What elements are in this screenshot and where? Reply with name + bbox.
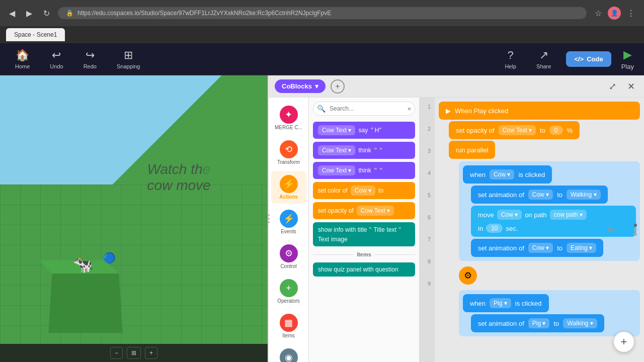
to-ws-label: to: [540, 127, 545, 134]
profile-avatar[interactable]: 👤: [608, 7, 621, 20]
menu-button[interactable]: ⋮: [624, 7, 638, 20]
cow-text-dropdown-1[interactable]: Cow Text ▾: [318, 125, 355, 135]
active-tab[interactable]: Space - Scene1: [6, 28, 65, 41]
refresh-button[interactable]: ↻: [40, 7, 53, 20]
think-quote-2: ": [380, 146, 382, 154]
cow-text-dropdown-opacity[interactable]: Cow Text ▾: [357, 206, 394, 216]
sidebar-item-actions[interactable]: ⚡ Actions: [271, 171, 306, 204]
cow-text-dropdown-2[interactable]: Cow Text ▾: [318, 145, 355, 155]
search-bar: 🔍 «: [309, 98, 419, 120]
sidebar-item-operators[interactable]: + Operators: [271, 275, 306, 308]
forward-button[interactable]: ▶: [23, 7, 35, 20]
pig-entity-dropdown[interactable]: Pig ▾: [490, 298, 511, 308]
cow-eating-dropdown[interactable]: Cow ▾: [528, 243, 553, 253]
run-parallel-label: run parallel: [456, 146, 488, 154]
zoom-in-btn[interactable]: +: [145, 347, 157, 359]
actions-label: Actions: [279, 194, 298, 200]
block-cow-say[interactable]: Cow Text ▾ say " H": [313, 122, 415, 139]
cow-entity-dropdown[interactable]: Cow ▾: [490, 169, 514, 179]
search-icon: 🔍: [317, 105, 326, 113]
gear-button[interactable]: ⚙: [459, 266, 477, 285]
sidebar-item-items[interactable]: ▦ Items: [271, 310, 306, 342]
back-button[interactable]: ◀: [6, 7, 18, 20]
set-opacity-block[interactable]: set opacity of Cow Text ▾ to 0 %: [449, 121, 580, 139]
is-clicked-label-2: is clicked: [515, 300, 542, 307]
set-opacity-ws-label: set opacity of: [456, 127, 495, 134]
sidebar-item-control[interactable]: ⚙ Control: [271, 240, 306, 273]
eating-dropdown[interactable]: Eating ▾: [567, 243, 596, 253]
snapping-label: Snapping: [117, 63, 140, 69]
help-button[interactable]: ? Help: [500, 46, 521, 72]
scroll-indicator: [634, 224, 637, 236]
block-cow-think-1[interactable]: Cow Text ▾ think " ": [313, 142, 415, 159]
close-panel-button[interactable]: ✕: [624, 79, 638, 94]
when-label-2: when: [470, 300, 486, 307]
undo-button[interactable]: ↩ Undo: [45, 46, 68, 72]
play-button[interactable]: ▶ Play: [621, 48, 634, 70]
app-toolbar: 🏠 Home ↩ Undo ↪ Redo ⊞ Snapping ? Help ↗…: [0, 43, 644, 75]
block-show-info[interactable]: show info with title " Title text " Text…: [313, 222, 415, 246]
snapping-button[interactable]: ⊞ Snapping: [112, 46, 145, 72]
seconds-value[interactable]: 10: [486, 224, 503, 233]
add-tab-button[interactable]: +: [331, 79, 345, 94]
code-button[interactable]: </> Code: [566, 51, 611, 67]
pig-anim-dropdown[interactable]: Pig ▾: [528, 318, 550, 328]
code-icon: </>: [574, 55, 584, 63]
set-pig-animation-block[interactable]: set animation of Pig ▾ to Walking ▾: [471, 314, 604, 332]
share-button[interactable]: ↗ Share: [531, 46, 556, 72]
walking-dropdown[interactable]: Walking ▾: [567, 190, 601, 200]
cow-text-dropdown-3[interactable]: Cow Text ▾: [318, 165, 355, 175]
undo-icon: ↩: [52, 49, 61, 62]
search-input[interactable]: [313, 102, 415, 116]
set-animation-walking-block[interactable]: set animation of Cow ▾ to Walking ▾: [471, 186, 608, 204]
anim-to-label: to: [557, 191, 562, 199]
pig-walking-dropdown[interactable]: Walking ▾: [563, 318, 597, 328]
sidebar-item-data[interactable]: ◉ Data: [271, 344, 306, 362]
viewport[interactable]: 🖼 ≡ 🐄 🔵 Watch the cow move − ⊞ +: [0, 75, 268, 362]
help-icon: ?: [508, 49, 514, 62]
cow-dropdown-color[interactable]: Cow ▾: [351, 186, 375, 196]
cow-figure[interactable]: 🐄: [73, 255, 93, 274]
gear-icon: ⚙: [464, 270, 472, 281]
show-info-label: show info with title: [318, 226, 367, 233]
coblocks-button[interactable]: CoBlocks ▾: [275, 79, 326, 93]
home-button[interactable]: 🏠 Home: [10, 46, 35, 72]
cow-text-ws-dropdown[interactable]: Cow Text ▾: [499, 125, 536, 135]
zoom-fit-btn[interactable]: ⊞: [127, 347, 141, 359]
fullscreen-button[interactable]: ⤢: [606, 79, 619, 94]
sidebar-item-events[interactable]: ⚡ Events: [271, 206, 306, 238]
line-numbers: 1 2 3 4 5 6 7 8 9: [420, 98, 435, 362]
redo-button[interactable]: ↪ Redo: [78, 46, 102, 72]
snapping-icon: ⊞: [124, 49, 133, 62]
cow-path-dropdown[interactable]: cow path ▾: [550, 210, 587, 220]
events-icon: ⚡: [280, 210, 298, 228]
run-parallel-block[interactable]: run parallel: [449, 141, 495, 159]
block-set-opacity[interactable]: set opacity of Cow Text ▾: [313, 202, 415, 219]
play-label: Play: [621, 63, 634, 70]
block-cow-think-2[interactable]: Cow Text ▾ think " ": [313, 162, 415, 179]
opacity-value[interactable]: 0: [549, 126, 563, 135]
cow-move-dropdown[interactable]: Cow ▾: [497, 210, 522, 220]
code-workspace[interactable]: 1 2 3 4 5 6 7 8 9 ▶ When Pl: [420, 98, 644, 362]
set-animation-eating-block[interactable]: set animation of Cow ▾ to Eating ▾: [471, 239, 603, 257]
when-cow-clicked-block[interactable]: when Cow ▾ is clicked: [463, 165, 552, 184]
cow-anim-dropdown[interactable]: Cow ▾: [528, 190, 553, 200]
add-block-button[interactable]: +: [614, 332, 634, 352]
set-anim-label: set animation of: [478, 191, 524, 199]
line-2-container: set opacity of Cow Text ▾ to 0 %: [449, 121, 640, 139]
block-set-color[interactable]: set color of Cow ▾ to: [313, 182, 415, 199]
block-show-quiz[interactable]: show quiz panel with question: [313, 262, 415, 277]
zoom-out-btn[interactable]: −: [110, 347, 123, 359]
resize-handle[interactable]: [269, 98, 272, 362]
sidebar-item-transform[interactable]: ⟲ Transform: [271, 136, 306, 169]
when-play-block[interactable]: ▶ When Play clicked: [439, 102, 640, 120]
items-section-label: Items: [357, 251, 371, 257]
when-pig-clicked-block[interactable]: when Pig ▾ is clicked: [463, 294, 549, 312]
control-icon: ⚙: [280, 244, 298, 262]
bookmark-button[interactable]: ☆: [592, 7, 605, 20]
blocks-sidebar: ✦ MERGE C... ⟲ Transform ⚡ Actions ⚡ Eve…: [269, 98, 309, 362]
sidebar-item-merge[interactable]: ✦ MERGE C...: [271, 102, 306, 134]
block-list-area: 🔍 « Cow Text ▾ say " H" Cow Text ▾ think: [309, 98, 420, 362]
collapse-button[interactable]: «: [408, 105, 411, 112]
url-bar[interactable]: 🔒 https://edu.cospaces.io/Studio/Space/9…: [58, 7, 587, 19]
